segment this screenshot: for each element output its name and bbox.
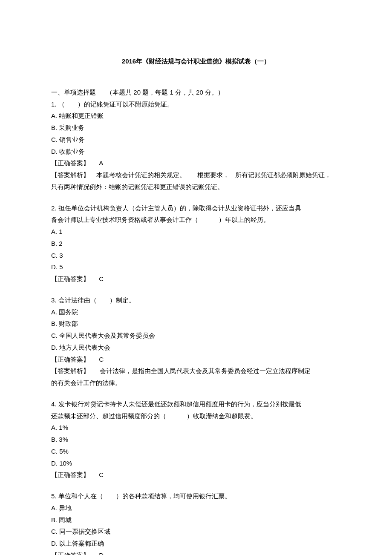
- question-stem-text: （ ）的记账凭证可以不附原始凭证。: [58, 101, 173, 108]
- option-a: A. 结账和更正错账: [51, 110, 341, 122]
- explanation-p3: 所有记账凭证都必须附原始凭证，: [235, 171, 331, 178]
- option-b: B. 3%: [51, 434, 341, 446]
- explanation-line-1: 【答案解析】 会计法律，是指由全国人民代表大会及其常务委员会经过一定立法程序制定: [51, 365, 341, 377]
- question-3: 3. 会计法律由（ ）制定。 A. 国务院 B. 财政部 C. 全国人民代表大会…: [51, 294, 341, 389]
- question-5: 5. 单位和个人在（ ）的各种款项结算，均可使用银行汇票。 A. 异地 B. 同…: [51, 490, 341, 555]
- explanation-label: 【答案解析】: [51, 171, 89, 178]
- explanation-p1: 本题考核会计凭证的相关规定。: [96, 171, 186, 178]
- question-number: 2.: [51, 204, 57, 212]
- option-d: D. 收款业务: [51, 146, 341, 158]
- question-number: 5.: [51, 492, 57, 500]
- option-d: D. 10%: [51, 457, 341, 469]
- section-desc: （本题共 20 题，每题 1 分，共 20 分。）: [106, 89, 224, 96]
- answer-label: 【正确答案】: [51, 159, 89, 167]
- question-stem-text-2b: ）年以上的经历。: [219, 216, 270, 223]
- section-heading: 一、单项选择题 （本题共 20 题，每题 1 分，共 20 分。）: [51, 86, 341, 98]
- option-c: C. 3: [51, 250, 341, 262]
- section-desc-p1: （本题共: [106, 89, 132, 96]
- section-desc-n1: 20: [133, 89, 141, 96]
- answer-line: 【正确答案】 C: [51, 354, 341, 365]
- answer-label: 【正确答案】: [51, 275, 89, 282]
- question-stem-line-1: 4. 发卡银行对贷记卡持卡人未偿还最低还款额和超信用额度用卡的行为，应当分别按最…: [51, 398, 341, 410]
- question-stem: 5. 单位和个人在（ ）的各种款项结算，均可使用银行汇票。: [51, 490, 341, 502]
- question-4: 4. 发卡银行对贷记卡持卡人未偿还最低还款额和超信用额度用卡的行为，应当分别按最…: [51, 398, 341, 481]
- question-stem-text-1: 担任单位会计机构负责人（会计主管人员）的，除取得会计从业资格证书外，还应当具: [58, 204, 301, 212]
- question-number: 4.: [51, 400, 57, 408]
- question-stem-text: 单位和个人在（ ）的各种款项结算，均可使用银行汇票。: [58, 492, 231, 500]
- option-a: A. 1: [51, 226, 341, 238]
- answer-line: 【正确答案】 A: [51, 157, 341, 169]
- document-page: 2016年《财经法规与会计职业道德》模拟试卷（一） 一、单项选择题 （本题共 2…: [0, 0, 392, 555]
- option-d: D. 以上答案都正确: [51, 538, 341, 549]
- option-b: B. 2: [51, 238, 341, 250]
- section-label: 一、单项选择题: [51, 89, 96, 96]
- option-a: A. 异地: [51, 502, 341, 514]
- question-stem-text-2b: ）收取滞纳金和超限费。: [187, 412, 257, 420]
- answer-line: 【正确答案】 D: [51, 549, 341, 555]
- option-c: C. 5%: [51, 446, 341, 457]
- section-desc-p4: 分。）: [205, 89, 224, 96]
- answer-letter: D: [99, 549, 104, 555]
- option-d: D. 地方人民代表大会: [51, 342, 341, 354]
- answer-label: 【正确答案】: [51, 356, 89, 363]
- explanation-line-1: 【答案解析】 本题考核会计凭证的相关规定。 根据要求， 所有记账凭证都必须附原始…: [51, 169, 341, 181]
- option-c: C. 销售业务: [51, 134, 341, 146]
- explanation-p1: 会计法律，是指由全国人民代表大会及其常务委员会经过一定立法程序制定: [100, 367, 311, 374]
- page-title: 2016年《财经法规与会计职业道德》模拟试卷（一）: [51, 55, 341, 67]
- question-stem-text-2a: 备会计师以上专业技术职务资格或者从事会计工作（: [51, 216, 198, 223]
- option-c: C. 全国人民代表大会及其常务委员会: [51, 330, 341, 342]
- option-b: B. 财政部: [51, 318, 341, 330]
- option-b: B. 采购业务: [51, 122, 341, 134]
- title-text: 年《财经法规与会计职业道德》模拟试卷（一）: [136, 58, 270, 65]
- question-stem-text-2a: 还款额未还部分、超过信用额度部分的（: [51, 412, 166, 420]
- answer-letter: C: [99, 273, 104, 285]
- question-stem-line-2: 备会计师以上专业技术职务资格或者从事会计工作（ ）年以上的经历。: [51, 214, 341, 226]
- section-desc-n2: 1: [170, 89, 173, 96]
- answer-letter: C: [99, 354, 104, 365]
- answer-label: 【正确答案】: [51, 471, 89, 478]
- answer-line: 【正确答案】 C: [51, 469, 341, 481]
- answer-label: 【正确答案】: [51, 552, 89, 555]
- question-stem: 1. （ ）的记账凭证可以不附原始凭证。: [51, 98, 341, 110]
- question-1: 1. （ ）的记账凭证可以不附原始凭证。 A. 结账和更正错账 B. 采购业务 …: [51, 98, 341, 193]
- section-desc-p2: 题，每题: [142, 89, 168, 96]
- option-d: D. 5: [51, 261, 341, 273]
- question-number: 3.: [51, 296, 57, 304]
- explanation-label: 【答案解析】: [51, 367, 89, 374]
- answer-letter: A: [99, 157, 103, 169]
- question-number: 1.: [51, 101, 57, 108]
- option-b: B. 同城: [51, 514, 341, 526]
- question-stem: 3. 会计法律由（ ）制定。: [51, 294, 341, 306]
- question-stem-text: 会计法律由（ ）制定。: [58, 296, 135, 304]
- question-stem-line-1: 2. 担任单位会计机构负责人（会计主管人员）的，除取得会计从业资格证书外，还应当…: [51, 202, 341, 214]
- explanation-line-2: 只有两种情况例外：结账的记账凭证和更正错误的记账凭证。: [51, 181, 341, 193]
- option-c: C. 同一票据交换区域: [51, 526, 341, 538]
- explanation-p2: 根据要求，: [197, 171, 229, 178]
- section-desc-p3: 分，共: [175, 89, 194, 96]
- option-a: A. 1%: [51, 422, 341, 434]
- answer-letter: C: [99, 469, 104, 481]
- explanation-line-2: 的有关会计工作的法律。: [51, 377, 341, 389]
- answer-line: 【正确答案】 C: [51, 273, 341, 285]
- question-stem-line-2: 还款额未还部分、超过信用额度部分的（ ）收取滞纳金和超限费。: [51, 410, 341, 422]
- question-2: 2. 担任单位会计机构负责人（会计主管人员）的，除取得会计从业资格证书外，还应当…: [51, 202, 341, 285]
- question-stem-text-1: 发卡银行对贷记卡持卡人未偿还最低还款额和超信用额度用卡的行为，应当分别按最低: [58, 400, 301, 408]
- section-desc-n3: 20: [196, 89, 203, 96]
- option-a: A. 国务院: [51, 306, 341, 318]
- title-year: 2016: [122, 58, 136, 65]
